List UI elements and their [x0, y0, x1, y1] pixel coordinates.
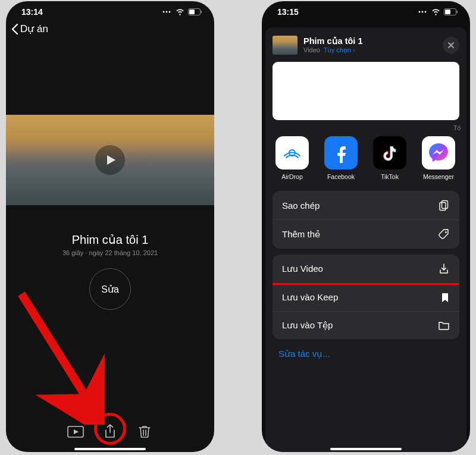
video-preview[interactable] — [6, 115, 214, 205]
messenger-icon — [422, 136, 455, 170]
status-icons — [162, 8, 202, 15]
more-icon — [418, 8, 428, 15]
svg-point-10 — [425, 11, 427, 13]
copy-icon — [438, 199, 450, 211]
movie-subtitle: 36 giây · ngày 22 tháng 10, 2021 — [6, 249, 214, 256]
to-label: Tó — [265, 125, 466, 131]
download-box-icon — [438, 263, 450, 275]
back-label: Dự án — [20, 23, 48, 35]
bottom-toolbar — [6, 416, 214, 446]
title-area: Phim của tôi 1 36 giây · ngày 22 tháng 1… — [6, 233, 214, 256]
svg-line-7 — [21, 294, 93, 408]
battery-icon — [444, 8, 458, 15]
facebook-icon — [324, 136, 358, 170]
action-group-2: Lưu Video Lưu vào Keep Lưu vào Tệp — [273, 255, 459, 339]
apps-row: AirDrop Facebook TikTok Messenger — [265, 134, 466, 187]
svg-rect-5 — [201, 11, 202, 14]
share-button[interactable] — [101, 422, 120, 441]
action-save-keep[interactable]: Lưu vào Keep — [273, 284, 459, 312]
wifi-icon — [175, 8, 185, 15]
svg-point-2 — [169, 11, 171, 13]
action-group-1: Sao chép Thêm thẻ — [273, 191, 459, 249]
chevron-left-icon — [11, 23, 19, 35]
svg-rect-15 — [442, 201, 448, 209]
home-indicator — [74, 448, 146, 450]
bookmark-icon — [440, 292, 450, 303]
tag-icon — [438, 228, 450, 240]
action-save-file[interactable]: Lưu vào Tệp — [273, 312, 459, 339]
status-time: 13:15 — [277, 7, 299, 17]
app-airdrop[interactable]: AirDrop — [274, 136, 311, 180]
action-save-video[interactable]: Lưu Video — [273, 255, 459, 284]
status-bar: 13:15 — [262, 1, 470, 19]
play-rect-icon — [67, 426, 84, 438]
share-icon — [104, 424, 117, 440]
action-label: Lưu Video — [282, 263, 323, 274]
svg-point-17 — [445, 231, 447, 233]
phone-left-screen: 13:14 Dự án Phim của tôi 1 36 giây · ngà… — [6, 1, 214, 452]
svg-rect-13 — [457, 11, 458, 14]
app-messenger[interactable]: Messenger — [420, 136, 457, 180]
airdrop-icon — [275, 136, 309, 170]
share-thumbnail — [273, 36, 298, 55]
delete-button[interactable] — [135, 422, 154, 441]
app-label: Facebook — [327, 173, 355, 180]
svg-point-1 — [166, 11, 168, 13]
status-time: 13:14 — [21, 7, 43, 17]
app-label: Messenger — [423, 173, 454, 180]
svg-rect-4 — [189, 10, 195, 14]
action-add-tag[interactable]: Thêm thẻ — [273, 220, 459, 249]
close-icon — [447, 42, 455, 49]
edit-actions-link[interactable]: Sửa tác vụ... — [265, 339, 466, 369]
play-icon — [103, 153, 117, 167]
share-title: Phim của tôi 1 — [303, 36, 362, 46]
battery-icon — [188, 8, 202, 15]
share-titles: Phim của tôi 1 Video Tùy chọn › — [303, 36, 362, 54]
action-label: Lưu vào Tệp — [282, 320, 333, 331]
svg-point-9 — [422, 11, 424, 13]
trash-icon — [138, 425, 151, 439]
action-label: Sao chép — [282, 200, 320, 211]
movie-title: Phim của tôi 1 — [6, 233, 214, 247]
more-icon — [162, 8, 172, 15]
play-button[interactable] — [95, 145, 125, 175]
app-label: AirDrop — [281, 173, 303, 180]
svg-point-0 — [163, 11, 165, 13]
share-subtitle: Video Tùy chọn › — [303, 46, 362, 54]
preview-card — [273, 62, 459, 120]
edit-label: Sửa — [101, 284, 119, 295]
wifi-icon — [431, 8, 441, 15]
status-icons — [418, 8, 458, 15]
nav-back[interactable]: Dự án — [6, 19, 214, 39]
folder-icon — [438, 321, 450, 330]
share-sheet: Phim của tôi 1 Video Tùy chọn › Tó AirDr… — [265, 27, 466, 452]
play-rect-button[interactable] — [66, 422, 85, 441]
status-bar: 13:14 — [6, 1, 214, 19]
action-copy[interactable]: Sao chép — [273, 191, 459, 220]
share-options-link[interactable]: Tùy chọn › — [324, 46, 355, 54]
svg-point-8 — [419, 11, 421, 13]
app-label: TikTok — [381, 173, 399, 180]
app-tiktok[interactable]: TikTok — [371, 136, 408, 180]
tiktok-icon — [373, 136, 406, 170]
action-label: Lưu vào Keep — [282, 292, 338, 303]
edit-actions-label: Sửa tác vụ... — [278, 349, 330, 359]
home-indicator — [330, 448, 402, 450]
action-label: Thêm thẻ — [282, 229, 320, 240]
phone-right-screen: 13:15 Phim của tôi 1 Video Tùy chọn › Tó — [262, 1, 470, 452]
annotation-arrow — [17, 289, 105, 425]
share-header: Phim của tôi 1 Video Tùy chọn › — [265, 33, 466, 61]
share-type-label: Video — [303, 46, 320, 54]
app-facebook[interactable]: Facebook — [322, 136, 359, 180]
svg-rect-16 — [440, 203, 446, 211]
svg-rect-12 — [445, 10, 450, 14]
close-button[interactable] — [443, 37, 459, 54]
edit-button[interactable]: Sửa — [89, 268, 131, 310]
